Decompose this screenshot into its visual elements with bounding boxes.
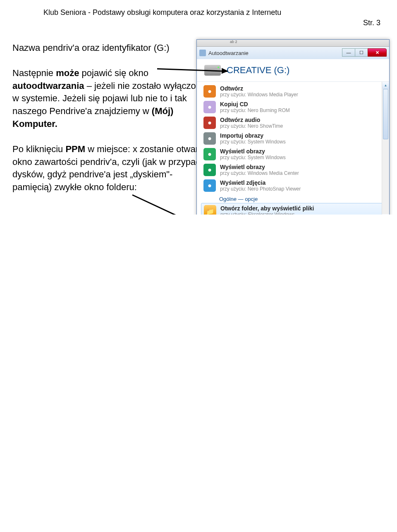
paragraph-1: Nazwa pendriv'a oraz identyfikator (G:) bbox=[12, 42, 211, 55]
autoplay-window: ab 2 Autoodtwarzanie — ☐ ✕ CREATIVE (G:)… bbox=[196, 39, 390, 215]
scroll-thumb[interactable] bbox=[383, 89, 388, 139]
autoplay-option[interactable]: ●Odtwórz audioprzy użyciu: Nero ShowTime bbox=[201, 115, 389, 131]
scrollbar[interactable]: ▲ ▼ bbox=[382, 82, 389, 215]
window-title: Autoodtwarzanie bbox=[208, 50, 249, 56]
page-number: Str. 3 bbox=[363, 19, 380, 27]
autoplay-option[interactable]: ●Importuj obrazyprzy użyciu: System Wind… bbox=[201, 131, 389, 146]
paragraph-2: Następnie może pojawić się okno autoodtw… bbox=[12, 67, 211, 131]
autoplay-option[interactable]: ●Kopiuj CDprzy użyciu: Nero Burning ROM bbox=[201, 99, 389, 115]
minimize-button[interactable]: — bbox=[342, 48, 355, 57]
ruler: ab 2 bbox=[197, 40, 389, 47]
titlebar[interactable]: Autoodtwarzanie — ☐ ✕ bbox=[197, 47, 389, 59]
scroll-down-button[interactable]: ▼ bbox=[382, 214, 389, 215]
autoplay-option[interactable]: ●Wyświetl obrazyprzy użyciu: Windows Med… bbox=[201, 162, 389, 178]
autoplay-option[interactable]: ●Odtwórzprzy użyciu: Windows Media Playe… bbox=[201, 83, 389, 99]
autoplay-option[interactable]: ●Wyświetl zdjęciaprzy użyciu: Nero Photo… bbox=[201, 178, 389, 193]
maximize-button[interactable]: ☐ bbox=[355, 48, 368, 57]
close-button[interactable]: ✕ bbox=[368, 48, 387, 57]
page-header: Klub Seniora - Podstawy obsługi komputer… bbox=[12, 8, 385, 17]
autoplay-option-open-folder[interactable]: 📁Otwórz folder, aby wyświetlić plikiprzy… bbox=[201, 203, 389, 215]
paragraph-3: Po kliknięciu PPM w miejsce: x zostanie … bbox=[12, 143, 211, 194]
autoplay-app-icon bbox=[199, 50, 206, 56]
scroll-up-button[interactable]: ▲ bbox=[382, 82, 389, 89]
general-options-header: Ogólne — opcje bbox=[201, 193, 389, 203]
autoplay-option[interactable]: ●Wyświetl obrazyprzy użyciu: System Wind… bbox=[201, 146, 389, 162]
